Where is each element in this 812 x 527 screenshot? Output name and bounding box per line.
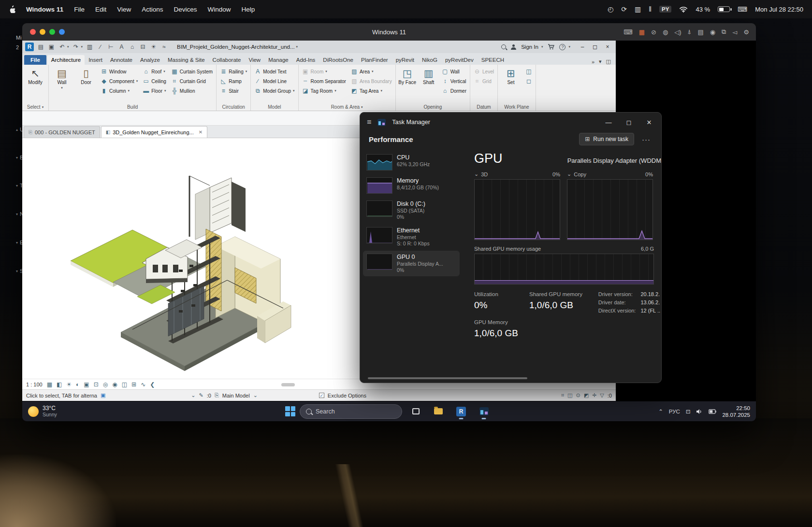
room-button[interactable]: ▣Room▾: [301, 67, 348, 76]
model-line-button[interactable]: ∕Model Line: [253, 77, 296, 85]
help-caret-icon[interactable]: ▾: [568, 45, 570, 49]
search-icon[interactable]: [501, 44, 506, 49]
save-icon[interactable]: ▣: [48, 43, 55, 50]
select-underlay-icon[interactable]: ◫: [567, 392, 572, 399]
temporary-hide-isolate-icon[interactable]: ◎: [103, 381, 108, 388]
opening-by-face-button[interactable]: ◳By Face: [398, 66, 417, 103]
tab-pyrevit[interactable]: pyRevit: [392, 55, 418, 65]
coherence-traffic-light[interactable]: [59, 29, 65, 35]
measure-icon[interactable]: ∕: [97, 43, 104, 50]
menubar-app-name[interactable]: Windows 11: [26, 6, 63, 13]
show-work-plane-button[interactable]: ◫: [524, 67, 534, 76]
grid-actions-icon[interactable]: ▦: [639, 28, 645, 36]
tab-dirootsone[interactable]: DiRootsOne: [319, 55, 357, 65]
sidebar-item-memory[interactable]: Memory8,4/12,0 GB (70%): [363, 174, 460, 197]
vertical-opening-button[interactable]: ↕Vertical: [440, 77, 468, 85]
taskbar-file-explorer[interactable]: [429, 403, 448, 420]
revit-close-button[interactable]: ×: [602, 43, 613, 50]
menu-devices[interactable]: Devices: [174, 6, 197, 13]
tab-overflow-icon[interactable]: »: [592, 59, 594, 65]
select-by-face-icon[interactable]: ◩: [584, 392, 589, 399]
taskbar-app-widgets[interactable]: [406, 403, 425, 420]
menu-actions[interactable]: Actions: [142, 6, 163, 13]
sun-path-icon[interactable]: ☀: [66, 381, 72, 388]
tab-architecture[interactable]: Architecture: [47, 55, 85, 65]
print-icon[interactable]: ▥: [86, 43, 93, 50]
undo-caret-icon[interactable]: ▾: [67, 45, 69, 49]
displacement-icon[interactable]: ∿: [141, 381, 145, 388]
window-button[interactable]: ⊞Window: [99, 67, 139, 76]
revit-logo[interactable]: R: [25, 43, 34, 51]
battery-icon[interactable]: [718, 6, 730, 12]
taskbar-weather-widget[interactable]: 33°C Sunny: [28, 405, 57, 417]
horizontal-scrollbar-thumb[interactable]: [281, 383, 295, 386]
tag-area-button[interactable]: ◩Tag Area▾: [349, 86, 393, 95]
printer-icon[interactable]: ▤: [697, 28, 703, 36]
camera-icon[interactable]: ◉: [710, 28, 715, 36]
ceiling-button[interactable]: ▭Ceiling: [141, 77, 168, 85]
3d-model-view[interactable]: [65, 156, 292, 383]
model-group-button[interactable]: ⧉Model Group▾: [253, 86, 296, 95]
parallels-menu-icon[interactable]: ‖: [649, 5, 652, 13]
tm-minimize-button[interactable]: —: [598, 114, 619, 130]
taskbar-clock[interactable]: 22:50 28.07.2025: [722, 405, 750, 418]
tab-pyrevitdev[interactable]: pyRevitDev: [441, 55, 478, 65]
menu-view[interactable]: View: [117, 6, 131, 13]
railing-button[interactable]: ≣Railing▾: [218, 67, 248, 76]
tab-file[interactable]: File: [24, 55, 46, 65]
speaker-icon[interactable]: [696, 409, 703, 414]
stair-button[interactable]: ≡Stair: [218, 86, 248, 95]
chart-copy-caret-icon[interactable]: ⌄: [567, 171, 571, 177]
start-button[interactable]: [285, 406, 295, 416]
filter-icon[interactable]: ▽: [600, 392, 604, 399]
sound-icon[interactable]: ◁): [674, 28, 681, 36]
scroll-left-icon[interactable]: ❮: [150, 381, 155, 388]
undo-icon[interactable]: ↶: [58, 43, 66, 50]
tab-annotate[interactable]: Annotate: [106, 55, 136, 65]
tab-speech[interactable]: SPEECH: [478, 55, 508, 65]
run-new-task-button[interactable]: ⊞ Run new task: [579, 133, 634, 145]
keyboard-icon[interactable]: ⌨: [624, 28, 633, 36]
account-icon[interactable]: [511, 44, 516, 50]
drag-on-selection-icon[interactable]: ✛: [592, 392, 596, 399]
menubar-clock[interactable]: Mon Jul 28 22:50: [755, 6, 803, 13]
chart-copy-label[interactable]: Copy: [574, 171, 586, 177]
chart-3d-caret-icon[interactable]: ⌄: [474, 171, 478, 177]
shaft-button[interactable]: ▥Shaft: [419, 66, 438, 103]
model-text-button[interactable]: AModel Text: [253, 67, 296, 76]
tab-planfinder[interactable]: PlanFinder: [357, 55, 392, 65]
tag-room-button[interactable]: ◪Tag Room▾: [301, 86, 348, 95]
worksets-caret-icon[interactable]: ⌄: [191, 392, 195, 399]
detail-level-icon[interactable]: ▦: [47, 381, 52, 388]
sign-in-caret-icon[interactable]: ▾: [541, 45, 543, 49]
worksharing-display-icon[interactable]: ◫: [122, 381, 127, 388]
taskbar-task-manager[interactable]: [475, 403, 493, 420]
sidebar-item-disk[interactable]: Disk 0 (C:)SSD (SATA)0%: [363, 198, 460, 223]
tm-close-button[interactable]: ✕: [639, 114, 659, 130]
revit-restore-button[interactable]: ◻: [590, 43, 600, 50]
room-separator-button[interactable]: ┄Room Separator: [301, 77, 348, 85]
render-icon[interactable]: ☀: [150, 43, 157, 50]
tm-maximize-button[interactable]: ◻: [619, 114, 639, 130]
design-option-dropdown[interactable]: Main Model: [222, 393, 250, 399]
share-screen-icon[interactable]: ⧉: [722, 28, 726, 36]
usb-icon[interactable]: ⊘: [651, 28, 656, 36]
ribbon-panel-toggle-icon[interactable]: ◫: [606, 58, 611, 65]
revit-minimize-button[interactable]: –: [577, 43, 588, 50]
menu-window[interactable]: Window: [208, 6, 231, 13]
text-icon[interactable]: A: [118, 43, 125, 50]
tab-analyze[interactable]: Analyze: [136, 55, 164, 65]
mullion-button[interactable]: ╬Mullion: [170, 86, 214, 95]
menu-edit[interactable]: Edit: [95, 6, 106, 13]
show-crop-region-icon[interactable]: ⊡: [94, 381, 99, 388]
settings-gear-icon[interactable]: ⚙: [743, 28, 749, 36]
monitor-menu-icon[interactable]: ▥: [635, 5, 641, 13]
design-option-caret-icon[interactable]: ⌄: [253, 392, 258, 399]
crop-view-icon[interactable]: ▣: [84, 381, 89, 388]
help-icon[interactable]: ?: [559, 44, 566, 50]
close-tab-icon[interactable]: ✕: [199, 129, 203, 135]
sign-in-button[interactable]: Sign In: [521, 44, 538, 50]
sidebar-item-gpu[interactable]: GPU 0Parallels Display A...0%: [363, 251, 460, 276]
cast-icon[interactable]: ⊡: [686, 408, 691, 415]
sidebar-item-cpu[interactable]: CPU62% 3,20 GHz: [363, 151, 460, 173]
